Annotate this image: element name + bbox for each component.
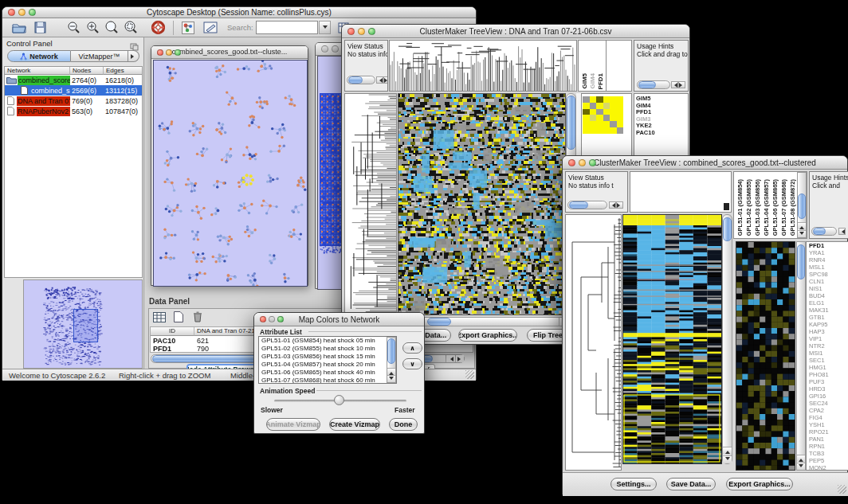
scroll-right-button[interactable] [383,76,388,84]
search-dropdown-button[interactable] [319,21,331,34]
matrix-cell[interactable] [603,127,610,134]
attribute-item[interactable]: GPL51-06 (GSM865) heat shock 40 min [259,369,387,377]
gene-label[interactable]: RNR4 [807,256,848,264]
matrix-cell[interactable] [610,121,617,127]
matrix-cell[interactable] [610,115,617,121]
matrix-cell[interactable] [596,121,603,127]
column-label[interactable]: GPL51-04 (GSM857) [763,179,770,236]
gene-label[interactable]: HMG1 [807,364,848,371]
matrix-cell[interactable] [617,103,624,109]
scroll-up-button[interactable] [797,455,805,462]
matrix-cell[interactable] [590,121,597,127]
gene-label[interactable]: PEP5 [807,457,848,464]
col-header-nodes[interactable]: Nodes [70,67,104,75]
matrix-cell[interactable] [596,127,603,134]
matrix-cell[interactable] [583,127,590,134]
scroll-up-button[interactable] [723,447,732,455]
dialog-titlebar[interactable]: Map Colors to Network [254,313,424,326]
matrix-cell[interactable] [583,121,590,127]
gene-label[interactable]: YSH1 [807,421,848,428]
matrix-cell[interactable] [617,115,624,121]
delete-attribute-button[interactable] [190,310,206,324]
new-attribute-button[interactable] [171,310,186,324]
scroll-right-button[interactable] [678,81,685,88]
column-label[interactable]: GPL51-01 (GSM854) [736,179,744,236]
tv1-column-labels-panel[interactable]: GIM5GIM4PFD1GIM3YKE2PAC10 [578,40,607,92]
scroll-left-button[interactable] [446,355,454,362]
matrix-cell[interactable] [610,127,617,134]
close-button[interactable] [347,28,355,35]
similarity-matrix[interactable] [583,96,623,134]
minimize-button[interactable] [358,28,365,35]
matrix-cell[interactable] [603,109,610,115]
minimize-button[interactable] [579,159,586,166]
gene-label[interactable]: TCB3 [807,450,848,457]
matrix-cell[interactable] [603,96,610,103]
zoom-selected-button[interactable] [103,20,120,35]
matrix-cell[interactable] [610,103,617,109]
minimize-button[interactable] [332,45,339,53]
gene-label[interactable]: RPO21 [807,428,848,436]
treeview2-titlebar[interactable]: ClusterMaker TreeView : combined_scores_… [563,156,847,170]
scrollbar-thumb[interactable] [723,217,732,241]
tv1-column-dendrogram-panel[interactable] [389,40,577,92]
matrix-cell[interactable] [617,109,624,115]
tv1-status-hscrollbar[interactable] [347,76,375,84]
gene-label[interactable]: CPA2 [807,407,848,414]
table-row[interactable]: combined_scores 2764(0) 16218(0) [5,75,142,85]
move-down-button[interactable]: ∨ [402,358,422,369]
matrix-cell[interactable] [590,109,597,115]
matrix-cell[interactable] [590,96,597,103]
scroll-up-button[interactable] [798,222,806,229]
column-label[interactable]: GPL51-06 (GSM865) [771,179,779,236]
matrix-cell[interactable] [596,96,603,103]
zoom-fit-button[interactable] [122,20,139,35]
animate-vizmap-button[interactable]: Animate Vizmap [266,418,320,431]
vizmapper-button[interactable] [179,20,197,35]
settings-button[interactable]: Settings... [610,478,657,490]
network-canvas[interactable] [153,60,308,287]
gene-label[interactable]: HRD3 [807,385,848,393]
open-session-button[interactable] [10,20,28,35]
gene-label[interactable]: PFD1 [807,242,848,249]
minimize-button[interactable] [166,49,172,56]
col-header-edges[interactable]: Edges [104,67,142,75]
annotation-button[interactable] [202,20,219,35]
export-graphics-button[interactable]: Export Graphics... [458,329,517,342]
done-button[interactable]: Done [389,418,418,431]
scroll-right-button[interactable] [455,355,464,362]
speed-slider-thumb[interactable] [334,395,344,405]
gene-label[interactable]: MON2 [807,464,848,471]
close-button[interactable] [8,9,15,16]
table-row[interactable]: RNAPuberNov2+ 563(0) 107847(0) [5,106,142,116]
zoom-window-button[interactable] [175,49,181,56]
tv2-genes-vscrollbar[interactable] [796,241,806,471]
matrix-cell[interactable] [583,109,590,115]
tv2-vscrollbar[interactable] [722,214,732,464]
attribute-item[interactable]: GPL51-04 (GSM857) heat shock 20 min [259,361,387,369]
column-label[interactable]: GPL51-03 (GSM856) [754,179,761,236]
scroll-right-button[interactable] [616,201,623,209]
gene-label[interactable]: FIG4 [807,414,848,421]
tv1-usage-hscrollbar[interactable] [637,80,670,89]
column-label[interactable]: GIM5 [581,73,588,89]
resize-grip[interactable] [465,370,474,379]
gene-label[interactable]: ELG1 [807,299,848,307]
column-label[interactable]: GPL51-07 (GSM868) [780,179,787,236]
gene-label[interactable]: BUD4 [807,292,848,299]
scroll-down-button[interactable] [798,230,806,237]
matrix-cell[interactable] [603,115,610,121]
matrix-cell[interactable] [590,127,597,134]
scrollbar-thumb[interactable] [427,318,451,326]
scrollbar-thumb[interactable] [797,244,805,279]
zoom-window-button[interactable] [277,316,284,322]
attribute-item[interactable]: GPL51-01 (GSM854) heat shock 05 min [259,337,387,345]
network1-titlebar[interactable]: combined_scores_good.txt--cluste... [151,46,308,59]
tv2-gene-list-panel[interactable]: PFD1YRA1RNR4MSL1SPC98CLN1NIS1BUD4ELG1MAK… [806,241,848,471]
attribute-item[interactable]: GPL51-07 (GSM868) heat shock 60 min [259,377,387,384]
column-label[interactable]: PFD1 [597,73,604,89]
matrix-cell[interactable] [596,115,603,121]
export-graphics-button[interactable]: Export Graphics... [726,478,793,490]
matrix-cell[interactable] [596,109,603,115]
matrix-cell[interactable] [583,103,590,109]
